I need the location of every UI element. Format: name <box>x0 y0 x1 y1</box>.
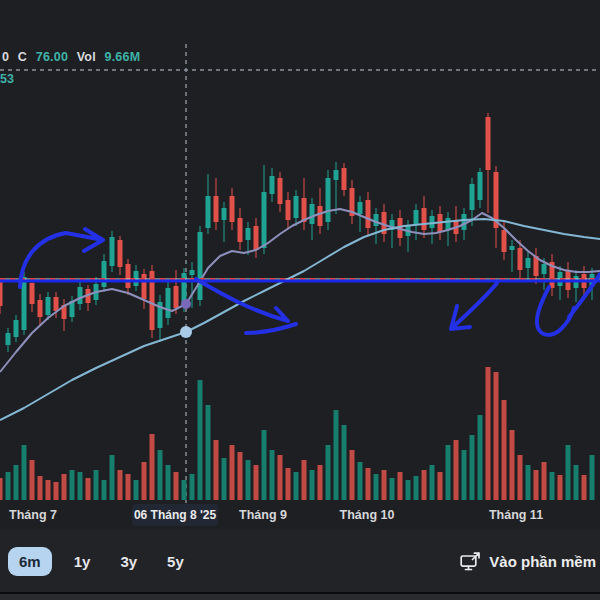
x-axis-label: Tháng 11 <box>489 508 543 522</box>
candle-body <box>22 277 27 330</box>
volume-bar <box>78 472 83 500</box>
volume-bar <box>398 472 403 500</box>
volume-bar <box>526 465 531 500</box>
monitor-arrow-icon <box>460 552 481 571</box>
volume-bar <box>6 472 11 500</box>
volume-bar <box>310 470 315 500</box>
candle-body <box>446 218 451 230</box>
volume-bar <box>38 476 43 500</box>
candle-body <box>502 230 507 252</box>
candle-body <box>278 178 283 204</box>
volume-bar <box>350 450 355 500</box>
volume-bar <box>286 468 291 500</box>
volume-bar <box>342 425 347 500</box>
volume-bar <box>438 472 443 500</box>
volume-bar <box>374 474 379 500</box>
volume-bar <box>590 455 595 500</box>
volume-bar <box>390 478 395 500</box>
volume-bar <box>54 482 59 500</box>
candle-body <box>166 288 171 318</box>
volume-bar <box>134 480 139 500</box>
volume-bar <box>366 468 371 500</box>
candle-body <box>334 170 339 180</box>
candle-body <box>342 168 347 190</box>
volume-label: Vol <box>77 50 96 64</box>
bottom-strip <box>0 594 600 600</box>
volume-bar <box>486 367 491 500</box>
range-button-3y[interactable]: 3y <box>112 547 145 576</box>
volume-bar <box>198 380 203 500</box>
volume-bar <box>262 430 267 500</box>
candle-body <box>238 218 243 242</box>
candle-body <box>470 184 475 210</box>
ohlc-legend: 0 C 76.00 Vol 9.66M <box>2 50 145 64</box>
volume-bar <box>294 472 299 500</box>
volume-bar <box>494 372 499 500</box>
range-button-6m[interactable]: 6m <box>8 547 52 576</box>
volume-bar <box>150 434 155 500</box>
candle-body <box>366 200 371 228</box>
price-chart[interactable]: Tháng 7Tháng 9Tháng 10Tháng 1106 Tháng 8… <box>0 0 600 530</box>
volume-bar <box>574 465 579 500</box>
volume-bar <box>118 470 123 500</box>
candle-body <box>30 283 35 304</box>
candle-body <box>126 264 131 288</box>
candle-body <box>422 208 427 230</box>
platform-link-label: Vào phần mềm <box>489 553 596 570</box>
candle-body <box>54 297 59 311</box>
candle-body <box>142 274 147 299</box>
volume-bar <box>102 480 107 500</box>
price-level-partial: 53 <box>0 72 14 86</box>
candle-body <box>462 214 467 230</box>
candle-body <box>542 264 547 274</box>
platform-link[interactable]: Vào phần mềm <box>460 552 600 571</box>
volume-bar <box>478 415 483 500</box>
candle-body <box>78 287 83 304</box>
volume-bar <box>518 455 523 500</box>
candle-body <box>38 300 43 317</box>
volume-bar <box>558 475 563 500</box>
candle-body <box>326 178 331 222</box>
x-axis-label: Tháng 7 <box>9 508 57 522</box>
volume-bar <box>278 455 283 500</box>
volume-bar <box>182 480 187 500</box>
ma-marker-dot <box>180 326 192 338</box>
ma-marker-dot <box>181 299 191 309</box>
candle-body <box>518 248 523 270</box>
volume-bar <box>174 472 179 500</box>
volume-bar <box>70 470 75 500</box>
volume-bar <box>502 400 507 500</box>
volume-value: 9.66M <box>105 50 141 64</box>
candle-body <box>486 117 491 170</box>
candle-body <box>318 206 323 226</box>
close-value: 76.00 <box>36 50 68 64</box>
volume-bar <box>94 470 99 500</box>
volume-bar <box>110 455 115 500</box>
candle-body <box>510 246 515 250</box>
candle-body <box>46 297 51 315</box>
volume-bar <box>158 450 163 500</box>
candle-body <box>286 200 291 220</box>
volume-bar <box>414 476 419 500</box>
volume-bar <box>382 470 387 500</box>
volume-bar <box>222 458 227 500</box>
volume-bar <box>422 470 427 500</box>
candle-body <box>110 237 115 266</box>
range-button-1y[interactable]: 1y <box>66 547 99 576</box>
volume-bar <box>206 405 211 500</box>
legend-partial-value: 0 <box>2 50 9 64</box>
candle-body <box>206 196 211 228</box>
candle-body <box>526 258 531 268</box>
volume-bar <box>510 430 515 500</box>
volume-bar <box>470 435 475 500</box>
candle-body <box>174 286 179 308</box>
volume-bar <box>582 475 587 500</box>
range-toolbar: 6m1y3y5y Vào phần mềm <box>0 530 600 592</box>
candle-body <box>222 208 227 220</box>
volume-bar <box>62 474 67 500</box>
range-button-5y[interactable]: 5y <box>159 547 192 576</box>
candle-body <box>190 270 195 275</box>
volume-bar <box>254 465 259 500</box>
volume-bar <box>14 465 19 500</box>
volume-bar <box>406 480 411 500</box>
